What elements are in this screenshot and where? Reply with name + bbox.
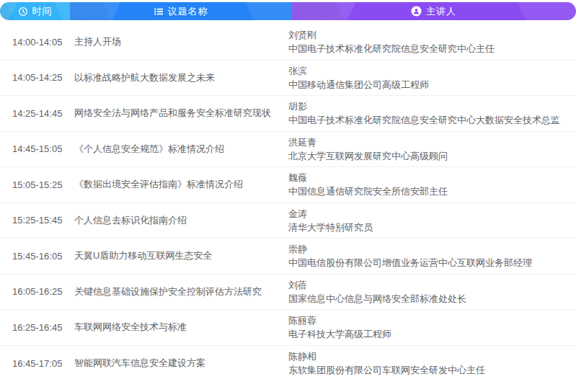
speaker-name: 崇静 [288,242,576,256]
speaker-title: 北京大学互联网发展研究中心高级顾问 [288,149,576,163]
row-time: 14:45-15:05 [0,143,74,154]
table-header: 时间 议题名称 [0,2,576,20]
row-topic: 主持人开场 [74,35,288,48]
speaker-name: 陈丽蓉 [288,313,576,327]
speaker-name: 陈静相 [288,349,576,363]
row-speaker: 魏薇 中国信息通信研究院安全所信安部主任 [288,171,576,198]
row-topic: 《个人信息安全规范》标准情况介绍 [74,143,288,156]
row-topic: 以标准战略护航大数据发展之未来 [74,71,288,84]
table-row: 16:25-16:45 车联网网络安全技术与标准 陈丽蓉 电子科技大学高级工程师 [0,310,576,346]
clock-icon [18,6,28,17]
row-speaker: 洪延青 北京大学互联网发展研究中心高级顾问 [288,135,576,163]
column-header-topic: 议题名称 [70,2,291,20]
row-time: 16:25-16:45 [0,322,74,333]
row-time: 16:05-16:25 [0,286,74,297]
row-speaker: 崇静 中国电信股份有限公司增值业务运营中心互联网业务部经理 [288,242,576,270]
row-time: 14:00-14:05 [0,37,74,48]
table-row: 14:25-14:45 网络安全法与网络产品和服务安全标准研究现状 胡影 中国电… [0,96,576,132]
row-speaker: 张滨 中国移动通信集团公司高级工程师 [288,64,576,92]
row-topic: 天翼U盾助力移动互联网生态安全 [74,249,288,262]
speaker-title: 中国电信股份有限公司增值业务运营中心互联网业务部经理 [288,256,576,270]
table-body: 14:00-14:05 主持人开场 刘贤刚 中国电子技术标准化研究院信息安全研究… [0,20,576,381]
speaker-title: 中国电子技术标准化研究院信息安全研究中心主任 [288,42,576,55]
speaker-name: 魏薇 [288,171,576,184]
speaker-title: 中国电子技术标准化研究院信息安全研究中心大数据安全技术总监 [288,113,576,127]
row-topic: 关键信息基础设施保护安全控制评估方法研究 [74,285,288,298]
row-time: 14:25-14:45 [0,108,74,119]
speaker-name: 刘蓓 [288,278,576,292]
speaker-title: 中国移动通信集团公司高级工程师 [288,78,576,92]
speaker-name: 金涛 [288,207,576,220]
row-speaker: 刘贤刚 中国电子技术标准化研究院信息安全研究中心主任 [288,28,576,55]
speaker-title: 中国信息通信研究院安全所信安部主任 [288,184,576,198]
row-speaker: 陈丽蓉 电子科技大学高级工程师 [288,313,576,341]
row-speaker: 胡影 中国电子技术标准化研究院信息安全研究中心大数据安全技术总监 [288,99,576,127]
table-row: 15:25-15:45 个人信息去标识化指南介绍 金涛 清华大学特别研究员 [0,203,576,239]
speaker-title: 清华大学特别研究员 [288,220,576,234]
table-row: 14:45-15:05 《个人信息安全规范》标准情况介绍 洪延青 北京大学互联网… [0,132,576,168]
row-topic: 网络安全法与网络产品和服务安全标准研究现状 [74,107,288,120]
row-speaker: 刘蓓 国家信息中心信息与网络安全部标准处处长 [288,278,576,306]
row-speaker: 金涛 清华大学特别研究员 [288,207,576,234]
row-time: 15:45-16:05 [0,251,74,262]
speaker-name: 刘贤刚 [288,28,576,42]
speaker-name: 张滨 [288,64,576,78]
row-topic: 智能网联汽车信息安全建设方案 [74,357,288,370]
speaker-name: 洪延青 [288,135,576,149]
speaker-title: 东软集团股份有限公司车联网安全研发中心主任 [288,363,576,377]
row-time: 15:05-15:25 [0,179,74,190]
column-header-label-topic: 议题名称 [168,5,208,18]
speaker-name: 胡影 [288,99,576,113]
speaker-icon [411,6,422,17]
table-row: 15:45-16:05 天翼U盾助力移动互联网生态安全 崇静 中国电信股份有限公… [0,239,576,275]
column-header-time: 时间 [0,2,70,20]
table-row: 15:05-15:25 《数据出境安全评估指南》标准情况介绍 魏薇 中国信息通信… [0,167,576,203]
table-row: 14:00-14:05 主持人开场 刘贤刚 中国电子技术标准化研究院信息安全研究… [0,24,576,61]
row-time: 14:05-14:25 [0,72,74,83]
list-icon [154,6,164,17]
row-time: 15:25-15:45 [0,215,74,226]
column-header-label-time: 时间 [32,5,53,18]
row-topic: 个人信息去标识化指南介绍 [74,214,288,227]
row-topic: 《数据出境安全评估指南》标准情况介绍 [74,178,288,191]
row-time: 16:45-17:05 [0,358,74,369]
speaker-title: 电子科技大学高级工程师 [288,327,576,341]
column-header-speaker: 主讲人 [291,2,576,20]
row-speaker: 陈静相 东软集团股份有限公司车联网安全研发中心主任 [288,349,576,377]
table-row: 16:05-16:25 关键信息基础设施保护安全控制评估方法研究 刘蓓 国家信息… [0,275,576,311]
row-topic: 车联网网络安全技术与标准 [74,321,288,334]
table-row: 14:05-14:25 以标准战略护航大数据发展之未来 张滨 中国移动通信集团公… [0,61,576,97]
agenda-table: 时间 议题名称 [0,2,576,381]
column-header-label-speaker: 主讲人 [426,5,456,18]
table-row: 16:45-17:05 智能网联汽车信息安全建设方案 陈静相 东软集团股份有限公… [0,346,576,382]
speaker-title: 国家信息中心信息与网络安全部标准处处长 [288,292,576,306]
